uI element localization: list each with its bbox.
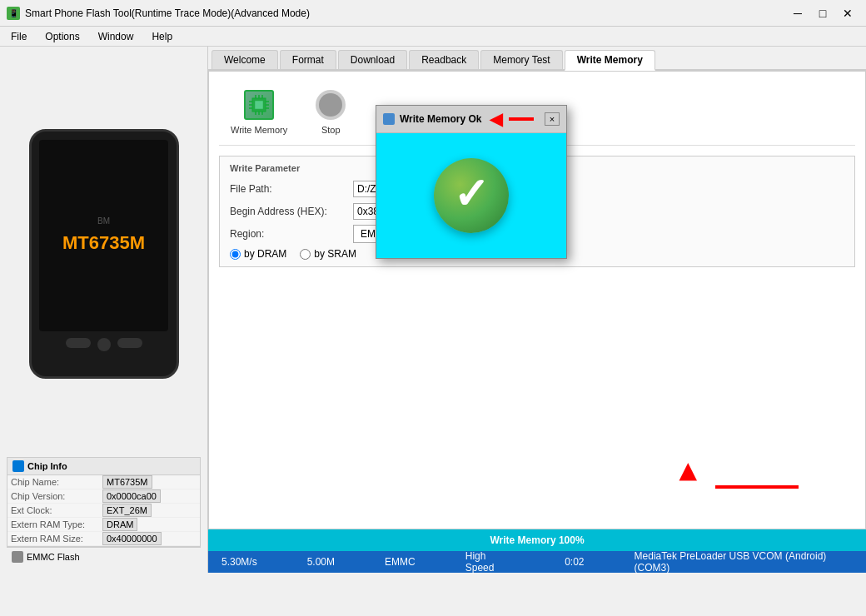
svg-rect-1 [255, 101, 263, 109]
table-row: Chip Name: MT6735M [7, 475, 200, 489]
modal-titlebar: Write Memory Ok ◀ × [376, 106, 566, 133]
modal-close-button[interactable]: × [545, 112, 560, 126]
phone-btn-home [97, 338, 111, 351]
status-device: MediaTek PreLoader USB VCOM (Android) (C… [635, 550, 853, 574]
left-panel: BM MT6735M Chip Info Chip Name: [0, 47, 208, 573]
phone-model: MT6735M [62, 232, 145, 254]
radio-sram-label[interactable]: by SRAM [300, 248, 356, 260]
progress-bar-area: Write Memory 100% [208, 529, 866, 551]
chip-value-0: MT6735M [99, 475, 200, 489]
table-row: Ext Clock: EXT_26M [7, 504, 200, 518]
red-arrow-title: ◀ [490, 109, 502, 129]
menu-window[interactable]: Window [91, 28, 142, 45]
maximize-button[interactable]: □ [811, 4, 834, 22]
app-icon: 📱 [7, 7, 20, 20]
phone-image: BM MT6735M [29, 129, 179, 379]
status-time: 0:02 [565, 556, 584, 568]
title-bar: 📱 Smart Phone Flash Tool(Runtime Trace M… [0, 0, 866, 27]
chip-info-scroll[interactable]: Chip Name: MT6735M Chip Version: 0x0000c… [7, 475, 200, 546]
tab-readback[interactable]: Readback [409, 50, 479, 69]
phone-btn-1 [66, 338, 91, 348]
right-panel: Welcome Format Download Readback Memory … [208, 47, 866, 573]
file-path-label: File Path: [230, 183, 346, 195]
progress-text: Write Memory 100% [490, 534, 584, 546]
menu-file[interactable]: File [3, 28, 34, 45]
tab-welcome[interactable]: Welcome [212, 50, 278, 69]
modal-title-text: Write Memory Ok [400, 113, 481, 125]
tab-write-memory[interactable]: Write Memory [565, 50, 655, 71]
success-icon: ✓ [434, 158, 509, 233]
status-speed: 5.30M/s [221, 556, 257, 568]
chip-label-1: Chip Version: [7, 489, 99, 504]
chip-table: Chip Name: MT6735M Chip Version: 0x0000c… [7, 475, 200, 546]
window-controls[interactable]: ─ □ ✕ [786, 4, 859, 22]
minimize-button[interactable]: ─ [786, 4, 809, 22]
emmc-icon [12, 551, 23, 563]
chip-value-2: EXT_26M [99, 504, 200, 518]
emmc-label: EMMC Flash [27, 552, 80, 562]
radio-dram[interactable] [230, 249, 241, 260]
close-button[interactable]: ✕ [836, 4, 859, 22]
status-type: EMMC [385, 556, 416, 568]
red-arrow-line [509, 117, 534, 121]
bottom-status-bar: 5.30M/s 5.00M EMMC High Speed 0:02 Media… [208, 551, 866, 573]
main-layout: BM MT6735M Chip Info Chip Name: [0, 47, 866, 573]
red-arrow-line-bottom [715, 485, 799, 489]
chip-value-3: DRAM [99, 518, 200, 532]
table-row: Extern RAM Type: DRAM [7, 518, 200, 532]
tabs-bar: Welcome Format Download Readback Memory … [208, 47, 866, 71]
table-row: Chip Version: 0x0000ca00 [7, 489, 200, 504]
chip-info-header: Chip Info [7, 458, 200, 475]
tab-content: Write Memory Stop Write Parameter File P… [208, 71, 866, 529]
phone-btn-2 [117, 338, 142, 348]
chip-info-title: Chip Info [27, 461, 67, 471]
menu-help[interactable]: Help [144, 28, 180, 45]
write-memory-button[interactable]: Write Memory [226, 85, 292, 138]
chip-label-4: Extern RAM Size: [7, 532, 99, 546]
radio-dram-label[interactable]: by DRAM [230, 248, 286, 260]
red-arrow-bottom: ◀ [676, 463, 704, 481]
chip-info-panel: Chip Info Chip Name: MT6735M Chip Versio… [7, 457, 201, 547]
modal-title-icon [383, 113, 395, 125]
chip-label-2: Ext Clock: [7, 504, 99, 518]
chip-icon [244, 90, 274, 120]
tab-download[interactable]: Download [338, 50, 407, 69]
phone-screen: BM MT6735M [39, 140, 168, 331]
chip-value-4: 0x40000000 [99, 532, 200, 546]
stop-button[interactable]: Stop [309, 85, 352, 138]
app-title: Smart Phone Flash Tool(Runtime Trace Mod… [25, 7, 310, 19]
radio-dram-text: by DRAM [244, 248, 286, 260]
menu-bar: File Options Window Help [0, 27, 866, 47]
radio-sram-text: by SRAM [314, 248, 356, 260]
chip-label-0: Chip Name: [7, 475, 99, 489]
tab-format[interactable]: Format [280, 50, 336, 69]
status-speed-type: High Speed [465, 550, 515, 574]
tab-memory-test[interactable]: Memory Test [480, 50, 562, 69]
menu-options[interactable]: Options [37, 28, 87, 45]
status-size: 5.00M [307, 556, 335, 568]
phone-buttons [66, 338, 142, 351]
checkmark: ✓ [453, 172, 490, 216]
title-bar-left: 📱 Smart Phone Flash Tool(Runtime Trace M… [7, 7, 310, 20]
write-memory-icon [242, 88, 276, 122]
phone-container: BM MT6735M [7, 53, 201, 454]
modal-title-left: Write Memory Ok ◀ [383, 109, 534, 129]
table-row: Extern RAM Size: 0x40000000 [7, 532, 200, 546]
phone-brand: BM [97, 216, 110, 226]
chip-label-3: Extern RAM Type: [7, 518, 99, 532]
write-memory-ok-dialog: Write Memory Ok ◀ × ✓ [376, 105, 567, 259]
chip-value-1: 0x0000ca00 [99, 489, 200, 504]
modal-content: ✓ [376, 133, 566, 258]
progress-bar-fill: Write Memory 100% [208, 529, 866, 551]
stop-inner [319, 93, 342, 117]
radio-sram[interactable] [300, 249, 311, 260]
begin-address-label: Begin Address (HEX): [230, 206, 346, 217]
stop-circle [316, 90, 346, 120]
chip-info-icon [12, 460, 24, 472]
region-label: Region: [230, 228, 346, 240]
stop-label: Stop [321, 125, 341, 135]
stop-icon [314, 88, 347, 122]
write-memory-label: Write Memory [231, 125, 287, 135]
emmc-panel: EMMC Flash [7, 547, 201, 566]
